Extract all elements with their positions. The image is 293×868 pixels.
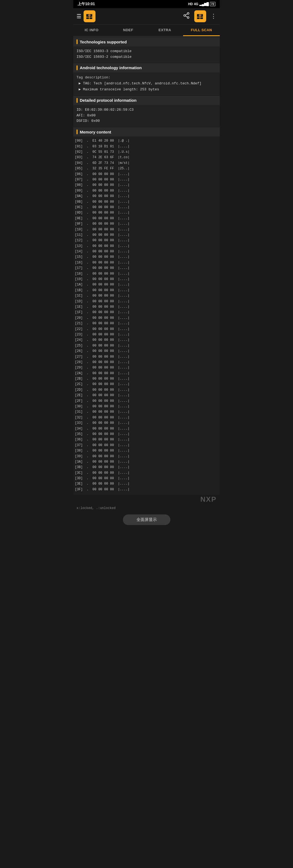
memory-row: [1F] . 00 00 00 00 |....|: [75, 310, 218, 315]
memory-row: [18] . 00 00 00 00 |....|: [75, 271, 218, 277]
status-time: 上午10:01: [77, 2, 95, 6]
protocol-header: Detailed protocol information: [73, 96, 220, 105]
memory-row: [26] . 00 00 00 00 |....|: [75, 348, 218, 354]
memory-row: [16] . 00 00 00 00 |....|: [75, 260, 218, 266]
memory-row: [32] . 00 00 00 00 |....|: [75, 415, 218, 420]
svg-line-9: [185, 14, 187, 15]
memory-row: [1E] . 00 00 00 00 |....|: [75, 304, 218, 310]
tech-item-1: ISO/IEC 15693-2 compatible: [76, 54, 217, 60]
memory-title: Memory content: [80, 130, 111, 134]
section-bar-protocol: [76, 98, 77, 103]
memory-row: [20] . 00 00 00 00 |....|: [75, 315, 218, 321]
memory-header: Memory content: [73, 127, 220, 136]
memory-row: [0E] . 00 00 00 00 |....|: [75, 216, 218, 221]
memory-row: [2B] . 00 00 00 00 |....|: [75, 376, 218, 381]
memory-row: [3F] . 00 00 00 00 |....|: [75, 487, 218, 492]
footer-legend: x:locked, .:unlocked: [73, 505, 220, 512]
memory-row: [03] . 74 2E 63 6F |t.co|: [75, 155, 218, 160]
tab-extra[interactable]: EXTRA: [146, 25, 183, 36]
memory-row: [1A] . 00 00 00 00 |....|: [75, 282, 218, 287]
protocol-title: Detailed protocol information: [80, 98, 136, 102]
protocol-id: ID: E0:02:39:00:02:26:59:C3: [76, 107, 217, 113]
memory-row: [0A] . 00 00 00 00 |....|: [75, 193, 218, 199]
fullscreen-button-wrap: 全面屏显示: [73, 512, 220, 528]
section-bar-android: [76, 65, 77, 70]
memory-row: [19] . 00 00 00 00 |....|: [75, 277, 218, 282]
signal-type: 4G: [194, 2, 198, 6]
app-bar: ☰ NP NP: [73, 8, 220, 25]
memory-row: [35] . 00 00 00 00 |....|: [75, 431, 218, 437]
memory-row: [14] . 00 00 00 00 |....|: [75, 249, 218, 254]
memory-row: [23] . 00 00 00 00 |....|: [75, 332, 218, 337]
svg-text:NP: NP: [88, 14, 91, 17]
memory-row: [2F] . 00 00 00 00 |....|: [75, 398, 218, 404]
app-logo: NP: [84, 10, 96, 22]
memory-row: [3E] . 00 00 00 00 |....|: [75, 481, 218, 487]
tab-ic-info[interactable]: IC INFO: [73, 25, 110, 36]
memory-row: [1B] . 00 00 00 00 |....|: [75, 288, 218, 293]
memory-row: [33] . 00 00 00 00 |....|: [75, 420, 218, 426]
memory-row: [39] . 00 00 00 00 |....|: [75, 454, 218, 459]
protocol-dsfid: DSFID: 0x00: [76, 118, 217, 124]
more-options-icon[interactable]: ⋮: [210, 13, 217, 20]
hd-badge: HD: [188, 2, 193, 6]
memory-row: [0F] . 00 00 00 00 |....|: [75, 221, 218, 226]
tab-full-scan[interactable]: FULL SCAN: [183, 25, 220, 36]
technologies-content: ISO/IEC 15693-3 compatible ISO/IEC 15693…: [73, 46, 220, 63]
memory-row: [3C] . 00 00 00 00 |....|: [75, 470, 218, 476]
signal-bars: ▂▄▆█: [199, 2, 209, 6]
battery-indicator: 72: [210, 2, 216, 6]
memory-row: [25] . 00 00 00 00 |....|: [75, 343, 218, 348]
protocol-afi: AFI: 0x00: [76, 113, 217, 119]
legend-text: x:locked, .:unlocked: [76, 506, 116, 510]
tech-item-0: ISO/IEC 15693-3 compatible: [76, 49, 217, 54]
protocol-content: ID: E0:02:39:00:02:26:59:C3 AFI: 0x00 DS…: [73, 105, 220, 127]
memory-row: [36] . 00 00 00 00 |....|: [75, 437, 218, 442]
technologies-header: Technologies supported: [73, 37, 220, 46]
tab-ndef[interactable]: NDEF: [110, 25, 146, 36]
app-bar-right: NP ⋮: [183, 10, 217, 22]
share-icon[interactable]: [183, 12, 190, 21]
memory-row: [05] . 32 35 FE FF |25..|: [75, 166, 218, 171]
status-right: HD 4G ▂▄▆█ 72: [188, 2, 216, 6]
app-bar-left: ☰ NP: [76, 10, 96, 22]
memory-row: [04] . 6D 2F 73 74 |m/st|: [75, 160, 218, 166]
technologies-title: Technologies supported: [80, 40, 127, 44]
section-bar-technologies: [76, 39, 77, 44]
svg-text:NP: NP: [199, 14, 202, 17]
memory-row: [30] . 00 00 00 00 |....|: [75, 404, 218, 409]
android-tech-item-0: ▶ TAG: Tech [android.nfc.tech.NfcV, andr…: [76, 81, 217, 87]
memory-row: [06] . 00 00 00 00 |....|: [75, 172, 218, 177]
memory-row: [0B] . 00 00 00 00 |....|: [75, 199, 218, 205]
memory-row: [2A] . 00 00 00 00 |....|: [75, 371, 218, 376]
memory-row: [01] . 03 10 D1 01 |....|: [75, 144, 218, 149]
memory-row: [3A] . 00 00 00 00 |....|: [75, 459, 218, 465]
app-logo-secondary: NP: [194, 10, 206, 22]
memory-row: [09] . 00 00 00 00 |....|: [75, 188, 218, 193]
memory-row: [34] . 00 00 00 00 |....|: [75, 426, 218, 431]
memory-row: [02] . 0C 55 01 73 |.U.s|: [75, 149, 218, 155]
nxp-logo-icon: NP: [86, 12, 93, 20]
svg-rect-12: [197, 18, 200, 19]
memory-row: [17] . 00 00 00 00 |....|: [75, 266, 218, 271]
memory-row: [1D] . 00 00 00 00 |....|: [75, 299, 218, 304]
memory-row: [2D] . 00 00 00 00 |....|: [75, 387, 218, 393]
status-bar: 上午10:01 HD 4G ▂▄▆█ 72: [73, 0, 220, 8]
memory-row: [08] . 00 00 00 00 |....|: [75, 182, 218, 188]
battery-level: 72: [211, 2, 214, 6]
memory-row: [37] . 00 00 00 00 |....|: [75, 442, 218, 448]
android-tech-header: Android technology information: [73, 63, 220, 72]
nxp-watermark-text: NXP: [200, 495, 217, 504]
memory-row: [3B] . 00 00 00 00 |....|: [75, 465, 218, 470]
tab-bar: IC INFO NDEF EXTRA FULL SCAN: [73, 25, 220, 37]
memory-row: [31] . 00 00 00 00 |....|: [75, 409, 218, 414]
memory-row: [28] . 00 00 00 00 |....|: [75, 360, 218, 365]
hamburger-menu[interactable]: ☰: [76, 13, 82, 20]
memory-content: [00] . E1 40 20 00 |.@ .|[01] . 03 10 D1…: [73, 136, 220, 495]
memory-row: [38] . 00 00 00 00 |....|: [75, 448, 218, 454]
memory-row: [3D] . 00 00 00 00 |....|: [75, 476, 218, 481]
android-tech-content: Tag description: ▶ TAG: Tech [android.nf…: [73, 72, 220, 95]
svg-rect-2: [86, 18, 89, 19]
memory-row: [12] . 00 00 00 00 |....|: [75, 238, 218, 243]
fullscreen-button[interactable]: 全面屏显示: [123, 515, 170, 525]
